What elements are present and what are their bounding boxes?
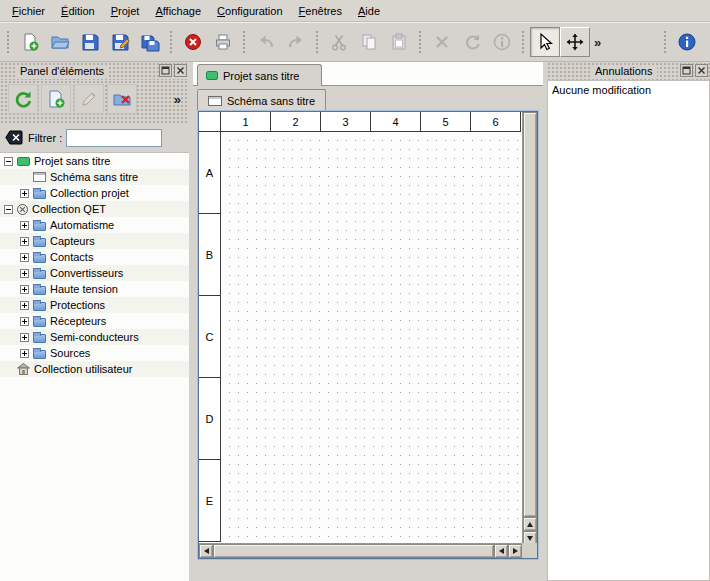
tree-item-label: Haute tension [50,283,122,295]
tree-item-project[interactable]: Projet sans titre [0,153,189,169]
menu-item-projet[interactable]: Projet [103,2,148,20]
menu-item-edition[interactable]: Édition [53,2,103,20]
tree-item-contacts[interactable]: Contacts [0,249,189,265]
toolbar-grip[interactable] [663,30,668,54]
float-panel-button[interactable] [680,64,693,77]
menu-item-configuration[interactable]: Configuration [209,2,290,20]
elements-toolbar-overflow-button[interactable]: » [170,92,185,107]
expand-expander-icon[interactable] [20,317,29,326]
tree-item-convertisseurs[interactable]: Convertisseurs [0,265,189,281]
save-as-button[interactable] [105,27,135,57]
close-icon [697,66,706,75]
about-button[interactable] [672,27,702,57]
filter-input[interactable] [66,129,162,147]
float-panel-button[interactable] [159,64,172,77]
tree-item-capteurs[interactable]: Capteurs [0,233,189,249]
project-tabbar: Projet sans titre [193,62,543,86]
reload-icon [13,89,33,109]
edit-element-button[interactable] [74,84,104,114]
cut-button[interactable] [324,27,354,57]
information-button[interactable] [487,27,517,57]
toolbar-grip[interactable] [6,30,11,54]
tree-item-automatisme[interactable]: Automatisme [0,217,189,233]
delete-button[interactable] [427,27,457,57]
menu-item-aide[interactable]: Aide [350,2,388,20]
scroll-up-button[interactable] [523,517,537,531]
expand-expander-icon[interactable] [20,333,29,342]
tree-item-label: Collection QET [32,203,110,215]
undo-history-list[interactable]: Aucune modification [547,80,710,581]
folder-icon [33,286,46,295]
expand-expander-icon[interactable] [20,221,29,230]
scroll-left-button-2[interactable] [494,544,508,558]
elements-panel-titlebar[interactable]: Panel d'éléments [0,62,189,80]
menu-item-affichage[interactable]: Affichage [147,2,209,20]
tree-item-haute-tension[interactable]: Haute tension [0,281,189,297]
tab-projet-sans-titre[interactable]: Projet sans titre [197,64,322,86]
tree-item-label: Schéma sans titre [50,171,142,183]
tree-item-schema[interactable]: Schéma sans titre [0,169,189,185]
vertical-scrollbar-thumb[interactable] [523,112,537,517]
save-button[interactable] [75,27,105,57]
toolbar-grip[interactable] [521,30,526,54]
new-element-button[interactable] [41,84,71,114]
tree-item-collection-utilisateur[interactable]: Collection utilisateur [0,361,189,377]
expand-expander-icon[interactable] [20,269,29,278]
toolbar-overflow-button[interactable]: » [590,35,605,50]
close-document-button[interactable] [178,27,208,57]
redo-button[interactable] [281,27,311,57]
expand-expander-icon[interactable] [20,253,29,262]
scroll-left-button[interactable] [199,544,213,558]
delete-element-button[interactable] [107,84,137,114]
tree-item-recepteurs[interactable]: Récepteurs [0,313,189,329]
tree-item-label: Collection utilisateur [34,363,136,375]
tree-item-protections[interactable]: Protections [0,297,189,313]
collapse-expander-icon[interactable] [4,205,13,214]
diagram-canvas[interactable] [221,132,522,543]
undo-button[interactable] [251,27,281,57]
undo-history-titlebar[interactable]: Annulations [547,62,710,80]
tree-item-sources[interactable]: Sources [0,345,189,361]
menu-item-fichier[interactable]: Fichier [4,2,53,20]
tree-item-collection-projet[interactable]: Collection projet [0,185,189,201]
menu-item-fenetres[interactable]: Fenêtres [291,2,350,20]
toolbar-grip[interactable] [169,30,174,54]
up-arrow-icon [527,522,533,527]
scroll-right-button[interactable] [508,544,522,558]
move-mode-button[interactable] [560,27,590,57]
expand-expander-icon[interactable] [20,189,29,198]
expand-expander-icon[interactable] [20,237,29,246]
close-panel-button[interactable] [695,64,708,77]
toolbar-grip[interactable] [418,30,423,54]
clear-filter-button[interactable] [4,129,24,147]
expand-expander-icon[interactable] [20,301,29,310]
toolbar-grip[interactable] [315,30,320,54]
save-all-button[interactable] [135,27,165,57]
vertical-scrollbar[interactable] [522,112,537,545]
column-header: 6 [471,112,521,132]
left-arrow-icon [499,548,504,554]
rotate-button[interactable] [457,27,487,57]
copy-button[interactable] [354,27,384,57]
select-mode-button[interactable] [530,27,560,57]
tree-item-label: Convertisseurs [50,267,127,279]
paste-button[interactable] [384,27,414,57]
undo-history-dock: Annulations Aucune modification [547,62,710,581]
print-button[interactable] [208,27,238,57]
open-project-button[interactable] [45,27,75,57]
tab-schema-sans-titre[interactable]: Schéma sans titre [197,89,326,111]
new-document-button[interactable] [15,27,45,57]
diagram-row-headers: A B C D E [199,132,221,542]
horizontal-scrollbar-thumb[interactable] [213,544,494,558]
collapse-expander-icon[interactable] [4,157,13,166]
float-icon [682,66,691,75]
tree-item-semi-conducteurs[interactable]: Semi-conducteurs [0,329,189,345]
horizontal-scrollbar[interactable] [199,543,522,558]
tree-item-collection-qet[interactable]: Collection QET [0,201,189,217]
reload-collections-button[interactable] [8,84,38,114]
close-panel-button[interactable] [174,64,187,77]
toolbar-grip[interactable] [242,30,247,54]
expand-expander-icon[interactable] [20,349,29,358]
expand-expander-icon[interactable] [20,285,29,294]
column-header: 5 [421,112,471,132]
